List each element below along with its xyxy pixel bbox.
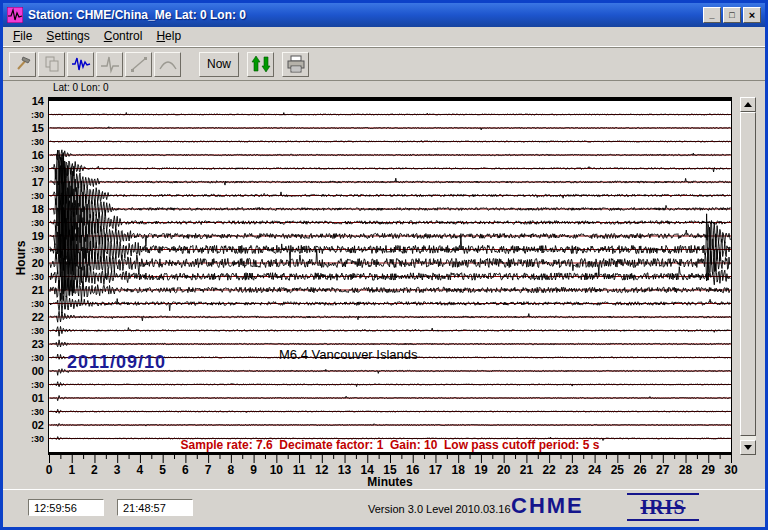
hour-label: 18: [32, 204, 44, 214]
half-hour-label: :30: [31, 381, 44, 390]
vertical-scrollbar: [740, 97, 756, 455]
now-button[interactable]: Now: [199, 52, 239, 77]
close-button[interactable]: ×: [743, 7, 761, 23]
half-hour-label: :30: [31, 273, 44, 282]
seismogram-trace: [50, 326, 730, 336]
seismogram-trace: [50, 423, 730, 426]
trace-time-field: 21:48:57: [117, 499, 193, 516]
hour-label: 22: [32, 312, 44, 322]
copy-icon: [42, 54, 62, 74]
helicorder-client-area: Lat: 0 Lon: 0 Hours 14:3015:3016:3017:30…: [3, 81, 765, 489]
date-annotation: 2011/09/10: [67, 352, 166, 373]
half-hour-label: :30: [31, 435, 44, 444]
waveform-button[interactable]: [67, 52, 94, 77]
scroll-up-down-arrows-icon: [250, 54, 272, 74]
hour-label: 17: [32, 177, 44, 187]
plot-latlon-label: Lat: 0 Lon: 0: [53, 82, 109, 93]
scrollbar-thumb[interactable]: [740, 112, 756, 436]
minutes-axis-label: Minutes: [48, 475, 732, 489]
half-hour-label: :30: [31, 300, 44, 309]
pick-tool-button[interactable]: [9, 52, 36, 77]
half-hour-label: :30: [31, 138, 44, 147]
maximize-button[interactable]: □: [723, 7, 741, 23]
seismogram-app-icon: [7, 7, 23, 23]
sample-rate-info: Sample rate: 7.6 Decimate factor: 1 Gain…: [49, 438, 731, 452]
seismogram-trace: [50, 340, 730, 347]
detrend-button[interactable]: [125, 52, 152, 77]
up-arrow-icon: [744, 102, 752, 107]
hour-label: 01: [32, 393, 44, 403]
menu-file[interactable]: File: [6, 27, 39, 46]
half-hour-label: :30: [31, 408, 44, 417]
seismogram-trace: [50, 150, 730, 160]
hour-label: 16: [32, 150, 44, 160]
copy-button[interactable]: [38, 52, 65, 77]
spike-filter-button[interactable]: [96, 52, 123, 77]
helicorder-plot[interactable]: 2011/09/10 M6.4 Vancouver Islands Sample…: [48, 97, 732, 455]
app-window: Station: CHME/China_Me Lat: 0 Lon: 0 _ □…: [0, 0, 768, 530]
detrend-icon: [129, 54, 149, 74]
menu-control[interactable]: Control: [97, 27, 150, 46]
seismogram-trace: [50, 396, 730, 401]
scroll-up-button[interactable]: [740, 97, 756, 112]
hour-label: 23: [32, 339, 44, 349]
title-bar: Station: CHME/China_Me Lat: 0 Lon: 0 _ □…: [3, 3, 765, 27]
version-text: Version 3.0 Level 2010.03.16: [368, 503, 511, 515]
smooth-curve-icon: [158, 54, 178, 74]
status-bar: 12:59:56 21:48:57 Version 3.0 Level 2010…: [3, 489, 765, 527]
seismogram-trace: [50, 158, 730, 258]
smooth-curve-button[interactable]: [154, 52, 181, 77]
hour-label: 20: [32, 258, 44, 268]
menu-help[interactable]: Help: [149, 27, 188, 46]
half-hour-label: :30: [31, 354, 44, 363]
hour-label: 14: [32, 96, 44, 106]
seismogram-canvas: [49, 101, 731, 452]
window-title: Station: CHME/China_Me Lat: 0 Lon: 0: [28, 8, 698, 22]
iris-logo: IRIS: [627, 493, 699, 521]
hour-label: 02: [32, 420, 44, 430]
window-controls: _ □ ×: [703, 7, 761, 23]
station-label: CHME: [511, 493, 584, 519]
current-time-field: 12:59:56: [28, 499, 104, 516]
pick-tool-icon: [13, 54, 33, 74]
scroll-down-button[interactable]: [740, 440, 756, 455]
half-hour-label: :30: [31, 192, 44, 201]
half-hour-label: :30: [31, 219, 44, 228]
print-button[interactable]: [282, 52, 309, 77]
spike-filter-icon: [100, 54, 120, 74]
hour-label: 21: [32, 285, 44, 295]
half-hour-label: :30: [31, 165, 44, 174]
hour-label: 00: [32, 366, 44, 376]
scroll-up-down-button[interactable]: [247, 52, 274, 77]
seismogram-trace: [50, 155, 730, 205]
iris-logo-text: IRIS: [640, 496, 685, 519]
minimize-button[interactable]: _: [703, 7, 721, 23]
seismogram-trace: [50, 113, 730, 116]
event-annotation: M6.4 Vancouver Islands: [279, 347, 418, 362]
printer-icon: [286, 54, 306, 74]
half-hour-label: :30: [31, 327, 44, 336]
minutes-axis: 0123456789101112131415161718192021222324…: [48, 455, 738, 477]
toolbar: Now: [3, 47, 765, 81]
seismogram-trace: [50, 158, 730, 236]
menu-bar: File Settings Control Help: [3, 27, 765, 47]
half-hour-label: :30: [31, 246, 44, 255]
half-hour-label: :30: [31, 111, 44, 120]
hour-label: 19: [32, 231, 44, 241]
menu-settings[interactable]: Settings: [39, 27, 96, 46]
down-arrow-icon: [744, 445, 752, 450]
hour-labels-column: 14:3015:3016:3017:3018:3019:3020:3021:30…: [3, 81, 48, 489]
seismogram-trace: [50, 237, 730, 295]
seismogram-trace: [50, 409, 730, 413]
hour-label: 15: [32, 123, 44, 133]
seismogram-trace: [50, 207, 730, 285]
waveform-icon: [71, 54, 91, 74]
